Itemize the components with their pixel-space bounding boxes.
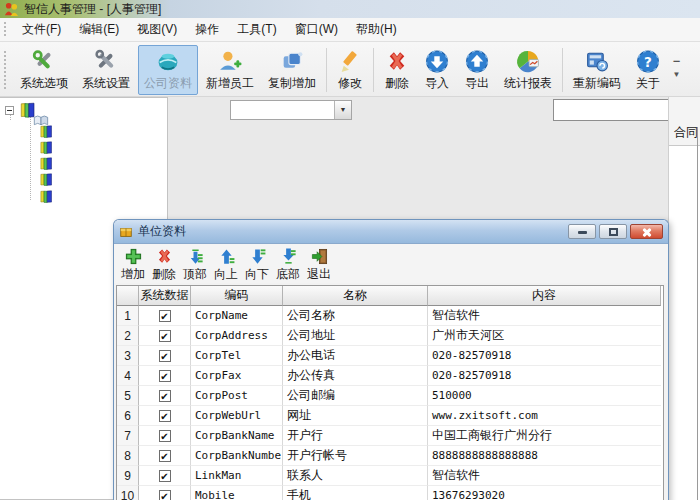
tree-child-node[interactable]	[38, 172, 55, 187]
column-header[interactable]: 内容	[428, 286, 661, 306]
value-cell[interactable]: 广州市天河区	[428, 326, 661, 346]
toolbar-button-about[interactable]: 关于	[629, 45, 667, 95]
toolbar-button-wrench[interactable]: 系统选项	[14, 45, 74, 95]
value-cell[interactable]: 13676293020	[428, 486, 661, 500]
name-cell[interactable]: 手机	[283, 486, 428, 500]
name-cell[interactable]: 办公传真	[283, 366, 428, 386]
value-cell[interactable]: 中国工商银行广州分行	[428, 426, 661, 446]
value-cell[interactable]: 8888888888888888	[428, 446, 661, 466]
toolbar-button-company[interactable]: 公司资料	[138, 45, 198, 95]
dialog-button-move-top[interactable]: 顶部	[180, 246, 210, 284]
name-cell[interactable]: 开户行帐号	[283, 446, 428, 466]
toolbar-button-copy-add[interactable]: 复制增加	[262, 45, 322, 95]
checkbox-checked-icon[interactable]: ✔	[159, 490, 171, 500]
menubar-grip-handle[interactable]	[3, 21, 8, 37]
combobox-value[interactable]	[231, 101, 334, 119]
menu-item[interactable]: 操作	[186, 18, 228, 41]
dialog-button-move-bottom[interactable]: 底部	[273, 246, 303, 284]
column-header[interactable]: 系统数据	[139, 286, 191, 306]
table-row[interactable]: 10✔Mobile手机13676293020	[117, 486, 663, 500]
maximize-button[interactable]	[599, 224, 627, 239]
value-cell[interactable]: 智信软件	[428, 466, 661, 486]
menu-item[interactable]: 视图(V)	[128, 18, 186, 41]
dialog-button-move-up[interactable]: 向上	[211, 246, 241, 284]
table-row[interactable]: 5✔CorpPost公司邮编510000	[117, 386, 663, 406]
toolbar-button-user-add[interactable]: 新增员工	[200, 45, 260, 95]
minimize-button[interactable]	[568, 224, 596, 239]
column-header-contract[interactable]: 合同	[669, 97, 700, 146]
code-cell[interactable]: LinkMan	[191, 466, 283, 486]
system-data-cell[interactable]: ✔	[139, 306, 191, 326]
checkbox-checked-icon[interactable]: ✔	[159, 350, 171, 362]
dialog-button-add[interactable]: 增加	[118, 246, 148, 284]
code-cell[interactable]: CorpFax	[191, 366, 283, 386]
system-data-cell[interactable]: ✔	[139, 406, 191, 426]
name-cell[interactable]: 公司名称	[283, 306, 428, 326]
toolbar-button-tools[interactable]: 系统设置	[76, 45, 136, 95]
dialog-button-exit[interactable]: 退出	[304, 246, 334, 284]
toolbar-overflow-button[interactable]: ▔▼	[670, 61, 683, 79]
name-cell[interactable]: 联系人	[283, 466, 428, 486]
name-cell[interactable]: 网址	[283, 406, 428, 426]
menu-item[interactable]: 工具(T)	[228, 18, 285, 41]
checkbox-checked-icon[interactable]: ✔	[159, 430, 171, 442]
value-cell[interactable]: 智信软件	[428, 306, 661, 326]
table-row[interactable]: 6✔CorpWebUrl网址www.zxitsoft.com	[117, 406, 663, 426]
menu-item[interactable]: 文件(F)	[13, 18, 70, 41]
name-cell[interactable]: 开户行	[283, 426, 428, 446]
code-cell[interactable]: CorpBankNumber	[191, 446, 283, 466]
code-cell[interactable]: CorpTel	[191, 346, 283, 366]
tree-collapse-icon[interactable]	[5, 106, 14, 115]
filter-combobox[interactable]: ▼	[230, 100, 352, 120]
toolbar-grip-handle[interactable]	[3, 50, 8, 90]
toolbar-button-export[interactable]: 导出	[458, 45, 496, 95]
code-cell[interactable]: CorpWebUrl	[191, 406, 283, 426]
toolbar-button-edit[interactable]: 修改	[331, 45, 369, 95]
table-row[interactable]: 3✔CorpTel办公电话020-82570918	[117, 346, 663, 366]
table-row[interactable]: 7✔CorpBankName开户行中国工商银行广州分行	[117, 426, 663, 446]
checkbox-checked-icon[interactable]: ✔	[159, 410, 171, 422]
tree-child-node[interactable]	[38, 156, 55, 171]
tree-child-node[interactable]	[38, 140, 55, 155]
code-cell[interactable]: CorpName	[191, 306, 283, 326]
table-row[interactable]: 4✔CorpFax办公传真020-82570918	[117, 366, 663, 386]
column-header-rownum[interactable]	[117, 286, 139, 306]
menu-item[interactable]: 窗口(W)	[286, 18, 347, 41]
code-cell[interactable]: CorpBankName	[191, 426, 283, 446]
dialog-button-delete[interactable]: 删除	[149, 246, 179, 284]
column-header[interactable]: 编码	[191, 286, 283, 306]
system-data-cell[interactable]: ✔	[139, 326, 191, 346]
checkbox-checked-icon[interactable]: ✔	[159, 390, 171, 402]
name-cell[interactable]: 办公电话	[283, 346, 428, 366]
toolbar-button-report[interactable]: 统计报表	[498, 45, 558, 95]
dialog-button-move-down[interactable]: 向下	[242, 246, 272, 284]
toolbar-button-recode[interactable]: 重新编码	[567, 45, 627, 95]
chevron-down-icon[interactable]: ▼	[334, 101, 351, 119]
checkbox-checked-icon[interactable]: ✔	[159, 450, 171, 462]
table-row[interactable]: 9✔LinkMan联系人智信软件	[117, 466, 663, 486]
value-cell[interactable]: 020-82570918	[428, 346, 661, 366]
checkbox-checked-icon[interactable]: ✔	[159, 370, 171, 382]
name-cell[interactable]: 公司邮编	[283, 386, 428, 406]
system-data-cell[interactable]: ✔	[139, 366, 191, 386]
column-header[interactable]: 名称	[283, 286, 428, 306]
close-button[interactable]	[630, 224, 663, 239]
code-cell[interactable]: CorpAddress	[191, 326, 283, 346]
checkbox-checked-icon[interactable]: ✔	[159, 470, 171, 482]
value-cell[interactable]: www.zxitsoft.com	[428, 406, 661, 426]
system-data-cell[interactable]: ✔	[139, 466, 191, 486]
name-cell[interactable]: 公司地址	[283, 326, 428, 346]
table-row[interactable]: 8✔CorpBankNumber开户行帐号8888888888888888	[117, 446, 663, 466]
tree-child-node[interactable]	[38, 124, 55, 139]
menu-item[interactable]: 帮助(H)	[347, 18, 406, 41]
system-data-cell[interactable]: ✔	[139, 386, 191, 406]
tree-child-node[interactable]	[38, 189, 55, 204]
value-cell[interactable]: 510000	[428, 386, 661, 406]
value-cell[interactable]: 020-82570918	[428, 366, 661, 386]
code-cell[interactable]: CorpPost	[191, 386, 283, 406]
checkbox-checked-icon[interactable]: ✔	[159, 330, 171, 342]
menu-item[interactable]: 编辑(E)	[70, 18, 128, 41]
system-data-cell[interactable]: ✔	[139, 446, 191, 466]
system-data-cell[interactable]: ✔	[139, 486, 191, 500]
dialog-titlebar[interactable]: 单位资料	[114, 220, 668, 244]
